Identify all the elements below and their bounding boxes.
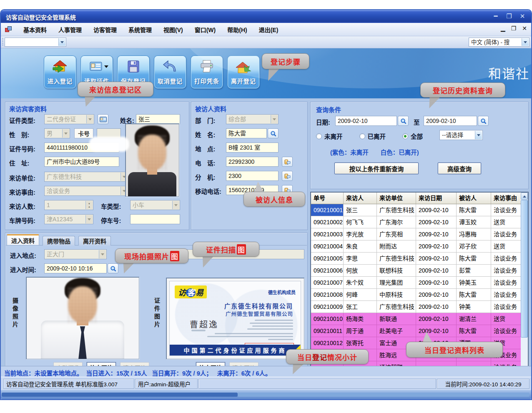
table-row[interactable]: 090210010杨海类新联通2009-02-10谢清兰送货 (311, 313, 522, 325)
date-to-picker-button[interactable] (478, 116, 489, 126)
date-from-input[interactable]: 2009-02-10 (335, 116, 397, 126)
requery-button[interactable]: 按以上条件重新查询 (334, 163, 419, 174)
interviewee-name-input[interactable]: 陈大雷 (226, 128, 267, 138)
column-header[interactable]: 单号 (311, 193, 344, 204)
address-input[interactable]: 广州市中山大道89号 (44, 157, 119, 167)
tab-active[interactable]: 进入资料 (7, 234, 39, 245)
advanced-query-button[interactable]: 高级查询 (438, 163, 481, 174)
entry-time-input[interactable]: 2009-02-10 10:16 (44, 263, 107, 273)
radio-option[interactable]: 全部 (402, 132, 423, 140)
tab-inactive[interactable]: 离开资料 (78, 236, 111, 245)
table-cell: 何放 (344, 265, 377, 277)
menu-item[interactable]: 退出(E) (253, 23, 284, 36)
table-row[interactable]: 090210002何飞飞广东海尔2009-02-10谭玉姣送货 (311, 216, 522, 228)
table-row[interactable]: 090210001张三广东德生科技2009-02-10陈大雷洽谈业务 (311, 204, 522, 216)
chevron-down-icon[interactable] (475, 131, 482, 139)
vscroll-thumb[interactable] (521, 200, 528, 338)
vertical-scrollbar[interactable] (521, 193, 528, 373)
date-to-input[interactable]: 2009-02-10 (424, 116, 477, 126)
card-number-button[interactable]: 卡号 (74, 128, 93, 138)
table-cell: 周于通 (344, 325, 377, 337)
mdi-close-icon[interactable]: ✕ (522, 25, 527, 32)
table-cell: 赴美电子 (377, 325, 416, 337)
ext-input[interactable]: 2300 (226, 171, 279, 181)
plate-value: 津A12345 (47, 216, 73, 223)
plate-combo[interactable]: 津A12345 (44, 214, 93, 224)
card-reader-button[interactable] (98, 114, 108, 124)
table-row[interactable]: 090210011周于通赴美电子2009-02-10陈大雷洽谈业务 (311, 325, 522, 337)
quick-select-combo[interactable] (5, 38, 66, 47)
dial-phone-button[interactable] (282, 157, 293, 167)
lookup-person-button[interactable] (268, 128, 279, 138)
reason-combo[interactable]: 洽谈业务 (44, 186, 128, 196)
cancel-button[interactable]: 取消登记 (154, 56, 186, 88)
table-row[interactable]: 090210003李光放广东亮相2009-02-10冯惠梅洽谈业务 (311, 228, 522, 240)
menu-item[interactable]: 访客管理 (88, 23, 122, 36)
table-row[interactable]: 090210006何放联想科技2009-02-10彭萱洽谈业务 (311, 265, 522, 277)
column-header[interactable]: 来访日期 (416, 193, 457, 204)
radio-option[interactable]: 已离开 (359, 132, 386, 140)
table-cell: 090210009 (311, 301, 344, 313)
table-row[interactable]: 090210007朱个奴理光集团2009-02-10钟美玉洽谈业务 (311, 277, 522, 289)
dept-value: 综合部 (228, 116, 246, 123)
radio-label: 未离开 (324, 132, 343, 140)
entry-place-combo[interactable]: 正大门 (44, 249, 107, 259)
menu-item[interactable]: 系统管理 (123, 23, 157, 36)
menu-item[interactable]: 帮助(H) (222, 23, 252, 36)
table-row[interactable]: 090210009张工广东德生科技2009-02-10钟美洽谈业务 (311, 301, 522, 313)
dept-combo[interactable]: 综合部 (226, 114, 279, 124)
title-bar: 访客自动登记安全管理系统 ━ ❐ ✕ (1, 10, 531, 23)
query-panel (310, 102, 529, 189)
people-stepper[interactable]: 1 (44, 200, 93, 210)
parking-input[interactable] (130, 214, 180, 224)
company-combo[interactable]: 广东德生科技 (44, 172, 128, 182)
chevron-down-icon (271, 115, 278, 123)
location-input[interactable]: B幢 2301 室 (226, 143, 279, 153)
mdi-minimize-icon[interactable]: ▁ (501, 25, 505, 32)
column-header[interactable]: 被访人 (457, 193, 491, 204)
vehicle-type-combo[interactable]: 小车 (130, 200, 180, 210)
menu-item[interactable]: 视图(V) (158, 23, 188, 36)
leave-register-button[interactable]: 离开登记 (228, 56, 259, 88)
column-header[interactable]: 来访人 (344, 193, 377, 204)
date-from-picker-button[interactable] (398, 116, 409, 126)
menu-item[interactable]: 人事管理 (53, 23, 87, 36)
card-bottom-banner: 中国第二代身份证应用服务商 (170, 345, 301, 355)
restore-icon[interactable]: ❐ (504, 12, 514, 20)
table-row[interactable]: 090210008何峰中原科技2009-02-10陈大雷洽谈业务 (311, 289, 522, 301)
table-row[interactable]: 090210004朱良附而达2009-02-10邓子欣送货 (311, 240, 522, 253)
table-cell: 090210007 (311, 277, 344, 289)
cert-type-combo[interactable]: 二代身份证 (44, 114, 94, 124)
chevron-down-icon[interactable] (522, 38, 529, 46)
column-header[interactable]: 来访单位 (377, 193, 416, 204)
table-row[interactable]: 090210005李思广东德生科技2009-02-10陈大雷洽谈业务 (311, 253, 522, 265)
visitor-name-input[interactable]: 张三 (136, 114, 180, 124)
table-cell: 张三 (344, 204, 377, 216)
gender-combo[interactable]: 男 (44, 128, 70, 138)
mobile-label: 移动电话: (195, 187, 221, 195)
spinner-arrows-icon[interactable] (85, 201, 93, 209)
language-select[interactable]: 中文 (简体) - 搜 (469, 38, 529, 47)
entry-place-value: 正大门 (47, 251, 64, 258)
print-button[interactable]: 打印凭条 (191, 56, 223, 88)
card-detail-line (252, 325, 293, 327)
phone-input[interactable]: 22992300 (226, 157, 279, 167)
dial-ext-button[interactable] (282, 171, 293, 181)
tab-inactive[interactable]: 携带物品 (43, 236, 75, 245)
minimize-icon[interactable]: ━ (491, 12, 500, 20)
radio-option[interactable]: 未离开 (316, 132, 343, 140)
table-cell: 090210001 (311, 204, 344, 216)
status-select[interactable]: --请选择 (439, 130, 483, 140)
scroll-up-icon[interactable] (521, 193, 528, 200)
enter-register-button[interactable]: 进入登记 (44, 56, 76, 88)
id-card-icon (100, 117, 107, 122)
chevron-down-icon[interactable] (58, 38, 65, 46)
menu-item[interactable]: 窗口(W) (189, 23, 221, 36)
menu-item[interactable]: 基本资料 (18, 23, 52, 36)
close-icon[interactable]: ✕ (518, 12, 527, 20)
entry-time-picker-button[interactable] (108, 263, 118, 273)
dropdown-arrow-icon[interactable] (104, 65, 108, 70)
mdi-restore-icon[interactable]: ❐ (511, 25, 517, 32)
save-icon (125, 60, 141, 75)
column-header[interactable]: 来访事由 (491, 193, 522, 204)
